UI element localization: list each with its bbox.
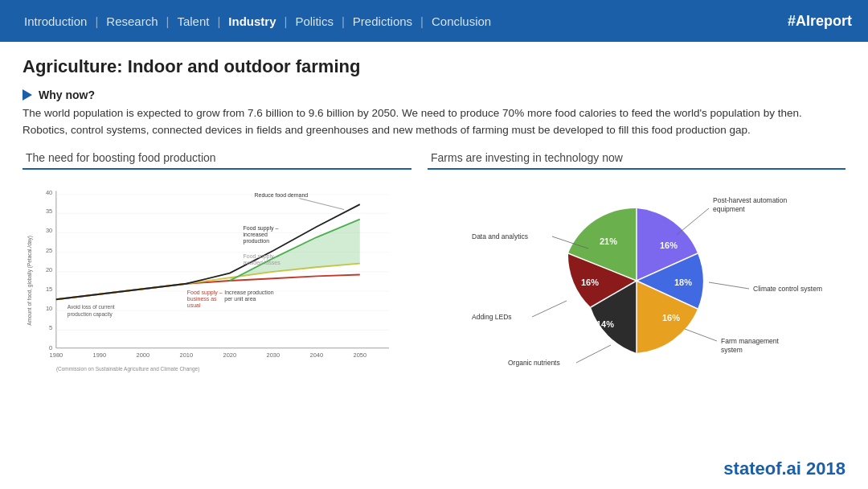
- svg-text:16%: 16%: [660, 240, 678, 250]
- svg-text:Data and analytics: Data and analytics: [472, 232, 528, 240]
- nav-item-politics[interactable]: Politics: [287, 14, 342, 28]
- svg-text:per unit area: per unit area: [224, 296, 256, 302]
- svg-text:1990: 1990: [93, 351, 107, 359]
- svg-text:system: system: [721, 346, 743, 354]
- left-chart-container: The need for boosting food production Am…: [23, 150, 411, 385]
- svg-text:Amount of food, globally (Peta: Amount of food, globally (Petacal./day): [27, 236, 33, 326]
- triangle-icon: [23, 89, 32, 101]
- svg-text:5: 5: [49, 324, 52, 331]
- svg-text:0: 0: [49, 343, 52, 351]
- svg-text:production capacity: production capacity: [68, 311, 113, 318]
- nav-item-introduction[interactable]: Introduction: [16, 14, 95, 28]
- svg-text:2020: 2020: [223, 351, 237, 359]
- left-chart-title: The need for boosting food production: [23, 151, 216, 164]
- svg-text:business as: business as: [187, 296, 217, 302]
- svg-line-66: [532, 301, 567, 317]
- svg-text:35: 35: [46, 208, 52, 215]
- why-now-text: The world population is expected to grow…: [23, 105, 845, 139]
- svg-text:equipment: equipment: [713, 205, 745, 213]
- svg-text:16%: 16%: [581, 277, 599, 287]
- nav-item-industry[interactable]: Industry: [220, 14, 284, 28]
- nav-hashtag: #AIreport: [788, 13, 852, 30]
- line-chart-svg: Amount of food, globally (Petacal./day) …: [23, 176, 411, 385]
- svg-text:40: 40: [46, 189, 52, 196]
- why-now-header: Why now?: [23, 88, 845, 101]
- page-title: Agriculture: Indoor and outdoor farming: [23, 56, 845, 77]
- left-chart-subtitle: The need for boosting food production: [23, 150, 411, 170]
- nav-item-research[interactable]: Research: [98, 14, 166, 28]
- svg-line-30: [299, 198, 344, 209]
- svg-text:18%: 18%: [674, 277, 692, 287]
- svg-text:16%: 16%: [662, 313, 680, 323]
- main-content: Agriculture: Indoor and outdoor farming …: [0, 42, 868, 393]
- svg-text:avoided losses: avoided losses: [244, 260, 281, 265]
- svg-line-61: [685, 329, 717, 341]
- svg-text:2030: 2030: [267, 351, 280, 359]
- nav-item-predictions[interactable]: Predictions: [345, 14, 420, 28]
- svg-text:Adding LEDs: Adding LEDs: [472, 313, 512, 321]
- right-chart-subtitle: Farms are investing in technology now: [428, 150, 845, 170]
- svg-text:production: production: [244, 238, 270, 244]
- nav-items: Introduction | Research | Talent | Indus…: [16, 14, 499, 28]
- svg-text:1980: 1980: [50, 351, 63, 359]
- svg-text:2010: 2010: [180, 351, 194, 359]
- svg-text:Food supply –: Food supply –: [244, 253, 279, 260]
- svg-text:increased: increased: [244, 232, 268, 237]
- svg-text:2000: 2000: [137, 351, 150, 359]
- svg-text:30: 30: [46, 227, 52, 234]
- svg-text:Food supply –: Food supply –: [244, 225, 279, 232]
- svg-text:Food supply –: Food supply –: [187, 290, 223, 296]
- svg-text:21%: 21%: [600, 236, 617, 246]
- pie-chart-area: 16% 18% 16% 14% 16% 21% Post-harvest aut…: [428, 176, 845, 385]
- svg-text:Organic nutrients: Organic nutrients: [508, 359, 560, 367]
- why-now-title: Why now?: [39, 88, 95, 101]
- footer-text: stateof.ai 2018: [723, 458, 845, 479]
- right-chart-title: Farms are investing in technology now: [428, 151, 623, 164]
- charts-section: The need for boosting food production Am…: [23, 150, 845, 385]
- svg-text:(Commission on Sustainable Agr: (Commission on Sustainable Agriculture a…: [56, 366, 199, 372]
- nav-bar: Introduction | Research | Talent | Indus…: [0, 0, 868, 42]
- svg-text:Reduce food demand: Reduce food demand: [255, 192, 309, 198]
- svg-text:14%: 14%: [596, 319, 614, 329]
- svg-text:20: 20: [46, 266, 52, 273]
- svg-text:15: 15: [46, 286, 52, 293]
- nav-item-conclusion[interactable]: Conclusion: [424, 14, 499, 28]
- svg-line-59: [709, 282, 749, 289]
- svg-text:Avoid loss of current: Avoid loss of current: [68, 304, 115, 310]
- why-now-section: Why now? The world population is expecte…: [23, 88, 845, 139]
- pie-chart-svg: 16% 18% 16% 14% 16% 21% Post-harvest aut…: [428, 176, 845, 385]
- nav-item-talent[interactable]: Talent: [169, 14, 217, 28]
- svg-text:Climate control system: Climate control system: [753, 285, 822, 293]
- svg-text:25: 25: [46, 246, 52, 253]
- svg-text:2040: 2040: [310, 351, 324, 359]
- svg-text:2050: 2050: [354, 351, 367, 359]
- right-chart-container: Farms are investing in technology now: [428, 150, 845, 385]
- svg-text:10: 10: [46, 305, 52, 312]
- svg-line-64: [576, 345, 611, 363]
- svg-text:Increase production: Increase production: [224, 290, 273, 296]
- svg-text:Farm management: Farm management: [721, 337, 779, 345]
- line-chart-area: Amount of food, globally (Petacal./day) …: [23, 176, 411, 385]
- svg-line-56: [677, 208, 709, 235]
- svg-text:Post-harvest automation: Post-harvest automation: [713, 196, 787, 204]
- svg-text:usual: usual: [187, 302, 201, 308]
